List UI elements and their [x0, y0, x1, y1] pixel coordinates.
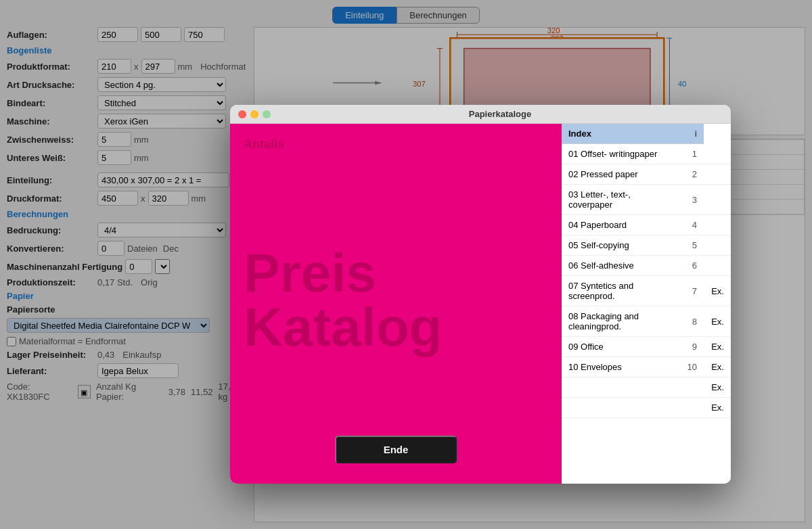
modal-table-cell-label: 03 Letter-, text-, coverpaper [562, 185, 681, 215]
modal-table-cell-label [562, 398, 681, 418]
modal-table-row[interactable]: 02 Pressed paper2 [562, 164, 731, 185]
maximize-button[interactable] [263, 110, 271, 118]
modal-table-cell-ex [704, 256, 731, 276]
modal-table-cell-num [681, 398, 704, 418]
modal-table-cell-num: 7 [681, 276, 704, 306]
modal-table-cell-num: 6 [681, 256, 704, 276]
modal-end-button[interactable]: Ende [335, 436, 457, 463]
modal-logo: Antalis [244, 137, 548, 152]
modal-table-header-index: Index [562, 124, 681, 144]
modal-table-cell-label: 10 Envelopes [562, 357, 681, 377]
modal-table-cell-label: 02 Pressed paper [562, 164, 681, 185]
modal-table-row[interactable]: 04 Paperboard4 [562, 215, 731, 235]
modal-table-cell-num: 3 [681, 185, 704, 215]
close-button[interactable] [238, 110, 246, 118]
modal-body: Antalis Preis Katalog Ende Indexi01 Offs… [230, 124, 731, 484]
modal-table-row[interactable]: 07 Syntetics and screenprod.7Ex. [562, 276, 731, 306]
modal-right-panel: Indexi01 Offset- writingpaper102 Pressed… [562, 124, 731, 484]
modal-left-panel: Antalis Preis Katalog Ende [230, 124, 562, 484]
modal-table-cell-label: 09 Office [562, 337, 681, 357]
modal-table-cell-ex: Ex. [704, 398, 731, 418]
modal-table-cell-num: 10 [681, 357, 704, 377]
modal-table-cell-ex: Ex. [704, 306, 731, 337]
modal-titlebar: Papierkataloge [230, 105, 731, 124]
modal-table-cell-label: 08 Packaging and cleaningprod. [562, 306, 681, 337]
modal-table-cell-ex [704, 164, 731, 185]
modal-table-cell-num: 8 [681, 306, 704, 337]
modal-table-cell-ex [704, 144, 731, 164]
modal-table-cell-num [681, 377, 704, 398]
modal-table-row[interactable]: 05 Self-copying5 [562, 235, 731, 256]
modal-table-row[interactable]: 09 Office9Ex. [562, 337, 731, 357]
modal-katalog: Katalog [244, 297, 442, 357]
modal-title-text: Papierkataloge [277, 109, 723, 119]
modal-table-header-i: i [681, 124, 704, 144]
minimize-button[interactable] [250, 110, 258, 118]
modal-table-cell-ex [704, 235, 731, 256]
modal-table-cell-label [562, 377, 681, 398]
modal-table-cell-label: 05 Self-copying [562, 235, 681, 256]
modal-table-cell-num: 9 [681, 337, 704, 357]
modal-table-cell-label: 07 Syntetics and screenprod. [562, 276, 681, 306]
modal-table-cell-num: 1 [681, 144, 704, 164]
modal-table-row[interactable]: Ex. [562, 398, 731, 418]
modal-preis: Preis [244, 243, 376, 303]
modal-table-cell-ex [704, 215, 731, 235]
modal-table-cell-label: 01 Offset- writingpaper [562, 144, 681, 164]
modal-table-row[interactable]: Ex. [562, 377, 731, 398]
modal-table-cell-num: 5 [681, 235, 704, 256]
modal-table-row[interactable]: 06 Self-adhesive6 [562, 256, 731, 276]
modal-table-cell-num: 2 [681, 164, 704, 185]
modal-table-cell-num: 4 [681, 215, 704, 235]
modal-table-cell-ex [704, 185, 731, 215]
modal-main-text: Preis Katalog [244, 246, 548, 354]
modal-index-table: Indexi01 Offset- writingpaper102 Pressed… [562, 124, 731, 418]
modal-table-cell-label: 06 Self-adhesive [562, 256, 681, 276]
modal-table-cell-ex: Ex. [704, 337, 731, 357]
modal-table-row[interactable]: 08 Packaging and cleaningprod.8Ex. [562, 306, 731, 337]
traffic-lights [238, 110, 271, 118]
modal-table-cell-ex: Ex. [704, 377, 731, 398]
modal-table-cell-label: 04 Paperboard [562, 215, 681, 235]
modal-overlay: Papierkataloge Antalis Preis Katalog End… [0, 0, 812, 529]
modal-table-cell-ex: Ex. [704, 357, 731, 377]
modal-papierkataloge: Papierkataloge Antalis Preis Katalog End… [230, 105, 731, 484]
modal-table-row[interactable]: 10 Envelopes10Ex. [562, 357, 731, 377]
modal-table-row[interactable]: 03 Letter-, text-, coverpaper3 [562, 185, 731, 215]
modal-table-cell-ex: Ex. [704, 276, 731, 306]
modal-table-row[interactable]: 01 Offset- writingpaper1 [562, 144, 731, 164]
